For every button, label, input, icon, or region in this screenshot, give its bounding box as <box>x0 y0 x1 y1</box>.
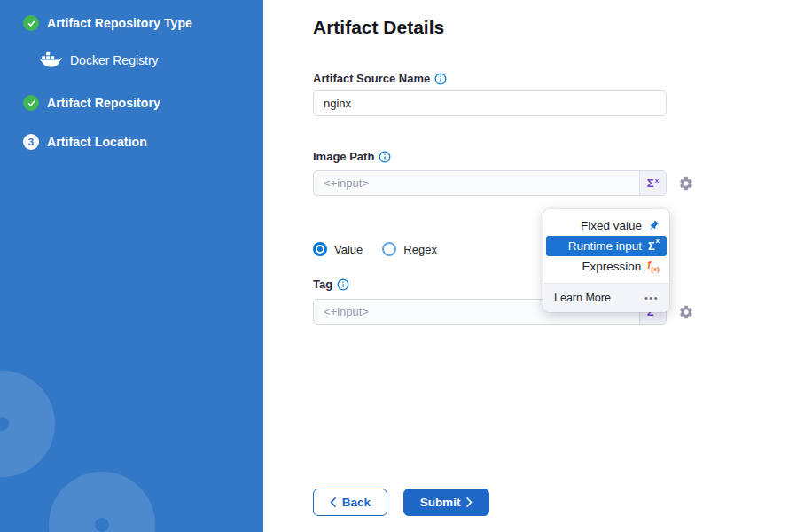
label-text: Image Path <box>313 150 374 163</box>
tag-label: Tag <box>313 278 349 291</box>
tag-settings-gear-icon[interactable] <box>678 304 694 320</box>
wizard-sidebar: Artifact Repository Type Docker Registry… <box>0 0 263 532</box>
artifact-details-panel: Artifact Details Artifact Source Name Im… <box>263 0 789 532</box>
menu-item-fixed-value[interactable]: Fixed value <box>543 215 669 236</box>
image-path-label: Image Path <box>313 150 391 163</box>
sidebar-step-artifact-location[interactable]: 3 Artifact Location <box>23 134 147 150</box>
radio-selected-icon <box>313 242 327 256</box>
step-label: Artifact Repository <box>47 96 160 110</box>
tag-type-radio-group: Value Regex <box>313 242 437 256</box>
sidebar-step-artifact-repository[interactable]: Artifact Repository <box>23 95 160 111</box>
check-icon <box>23 15 39 31</box>
image-path-input-group: Σx <box>313 170 667 196</box>
back-button[interactable]: Back <box>313 489 387 516</box>
sigma-icon: Σx <box>648 239 660 253</box>
substep-label: Docker Registry <box>70 53 159 67</box>
fx-icon: f(x) <box>647 259 660 273</box>
more-options-icon[interactable]: ••• <box>644 293 659 303</box>
page-title: Artifact Details <box>313 17 444 38</box>
submit-button[interactable]: Submit <box>403 489 489 516</box>
sidebar-step-artifact-repository-type[interactable]: Artifact Repository Type <box>23 15 192 31</box>
step-label: Artifact Location <box>47 135 147 149</box>
input-type-dropdown-menu: Fixed value Runtime input Σx Expression … <box>543 209 669 312</box>
chevron-right-icon <box>466 497 473 507</box>
menu-item-expression[interactable]: Expression f(x) <box>543 256 669 277</box>
docker-whale-icon <box>39 52 62 68</box>
button-label: Back <box>342 496 371 509</box>
step-label: Artifact Repository Type <box>47 16 192 30</box>
sidebar-substep-docker-registry[interactable]: Docker Registry <box>39 52 159 68</box>
menu-item-label: Expression <box>582 260 641 273</box>
sigma-sup: x <box>655 176 659 184</box>
harness-logo-watermark <box>0 348 77 499</box>
label-text: Artifact Source Name <box>313 72 430 85</box>
image-path-input[interactable] <box>314 171 639 195</box>
menu-item-label: Fixed value <box>581 219 642 232</box>
menu-item-label: Runtime input <box>568 239 642 253</box>
radio-value[interactable]: Value <box>313 242 363 256</box>
harness-logo-watermark <box>27 450 177 532</box>
source-name-input[interactable] <box>313 90 667 116</box>
radio-unselected-icon <box>382 242 396 256</box>
learn-more-link[interactable]: Learn More <box>554 292 611 304</box>
runtime-input-type-button[interactable]: Σx <box>639 171 666 195</box>
image-path-settings-gear-icon[interactable] <box>678 176 694 192</box>
button-label: Submit <box>420 496 461 509</box>
wizard-footer-buttons: Back Submit <box>313 489 489 516</box>
info-icon[interactable] <box>434 73 447 85</box>
source-name-label: Artifact Source Name <box>313 72 447 85</box>
sigma-icon: Σ <box>647 176 654 190</box>
chevron-left-icon <box>330 497 336 507</box>
dropdown-footer: Learn More ••• <box>543 283 669 312</box>
info-icon[interactable] <box>337 278 349 291</box>
radio-regex[interactable]: Regex <box>382 242 437 256</box>
info-icon[interactable] <box>379 151 391 163</box>
radio-label: Value <box>334 243 363 256</box>
step-number-badge: 3 <box>23 134 39 150</box>
menu-item-runtime-input[interactable]: Runtime input Σx <box>546 236 667 256</box>
radio-label: Regex <box>403 243 437 256</box>
label-text: Tag <box>313 278 332 291</box>
check-icon <box>23 95 39 111</box>
pin-icon <box>645 217 661 233</box>
